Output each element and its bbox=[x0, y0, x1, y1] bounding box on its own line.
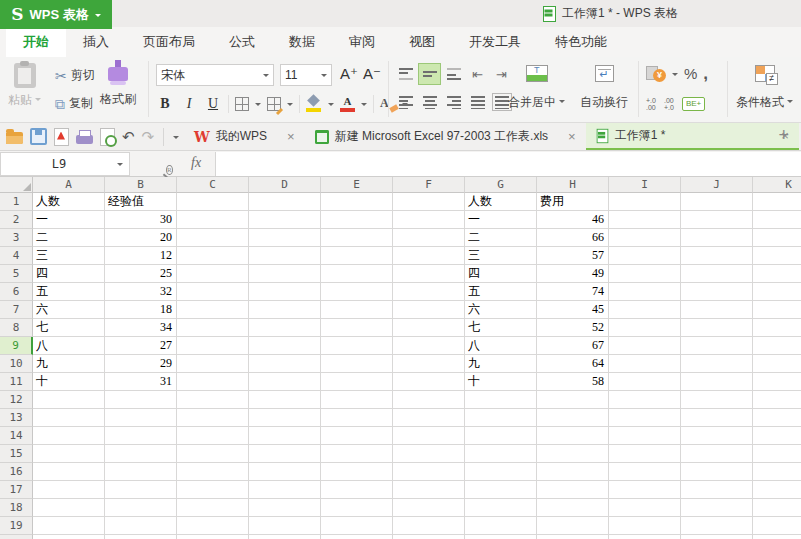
cell-A10[interactable]: 九 bbox=[33, 355, 105, 373]
name-box[interactable]: L9 bbox=[0, 152, 130, 176]
cell-A8[interactable]: 七 bbox=[33, 319, 105, 337]
cell-H20[interactable] bbox=[537, 535, 609, 539]
tab-close-icon[interactable]: × bbox=[287, 129, 295, 144]
cell-C4[interactable] bbox=[177, 247, 249, 265]
cell-G11[interactable]: 十 bbox=[465, 373, 537, 391]
borders-button[interactable] bbox=[235, 97, 249, 111]
cell-F4[interactable] bbox=[393, 247, 465, 265]
cell-D20[interactable] bbox=[249, 535, 321, 539]
cell-D16[interactable] bbox=[249, 463, 321, 481]
cell-J18[interactable] bbox=[681, 499, 753, 517]
cell-F15[interactable] bbox=[393, 445, 465, 463]
cell-H14[interactable] bbox=[537, 427, 609, 445]
cell-D18[interactable] bbox=[249, 499, 321, 517]
draw-border-button[interactable] bbox=[267, 97, 281, 111]
undo-icon[interactable]: ↶ bbox=[122, 129, 135, 144]
cell-G14[interactable] bbox=[465, 427, 537, 445]
menu-tab-开始[interactable]: 开始 bbox=[6, 27, 66, 57]
cell-H17[interactable] bbox=[537, 481, 609, 499]
cell-B10[interactable]: 29 bbox=[105, 355, 177, 373]
cell-E7[interactable] bbox=[321, 301, 393, 319]
wps-app-menu-button[interactable]: S WPS 表格 bbox=[0, 0, 112, 29]
formula-input[interactable] bbox=[215, 152, 801, 176]
cell-E15[interactable] bbox=[321, 445, 393, 463]
cell-G19[interactable] bbox=[465, 517, 537, 535]
row-header-19[interactable]: 19 bbox=[0, 517, 33, 535]
select-all-corner[interactable] bbox=[0, 177, 33, 193]
cell-A7[interactable]: 六 bbox=[33, 301, 105, 319]
cell-C15[interactable] bbox=[177, 445, 249, 463]
menu-tab-审阅[interactable]: 审阅 bbox=[332, 27, 392, 57]
cell-H15[interactable] bbox=[537, 445, 609, 463]
cell-I2[interactable] bbox=[609, 211, 681, 229]
cell-H12[interactable] bbox=[537, 391, 609, 409]
cell-F11[interactable] bbox=[393, 373, 465, 391]
cell-I6[interactable] bbox=[609, 283, 681, 301]
cell-K12[interactable] bbox=[753, 391, 801, 409]
cell-H19[interactable] bbox=[537, 517, 609, 535]
align-left-button[interactable] bbox=[394, 91, 417, 113]
cell-G20[interactable] bbox=[465, 535, 537, 539]
cell-I14[interactable] bbox=[609, 427, 681, 445]
cell-K20[interactable] bbox=[753, 535, 801, 539]
cell-G10[interactable]: 九 bbox=[465, 355, 537, 373]
cell-H6[interactable]: 74 bbox=[537, 283, 609, 301]
merge-center-button[interactable]: T 合并居中 bbox=[508, 65, 565, 111]
cell-I7[interactable] bbox=[609, 301, 681, 319]
cut-button[interactable]: ✂剪切 bbox=[55, 67, 95, 84]
print-icon[interactable] bbox=[76, 135, 93, 144]
cell-J12[interactable] bbox=[681, 391, 753, 409]
cell-A17[interactable] bbox=[33, 481, 105, 499]
cell-E8[interactable] bbox=[321, 319, 393, 337]
row-header-15[interactable]: 15 bbox=[0, 445, 33, 463]
save-icon[interactable] bbox=[30, 128, 47, 145]
row-header-2[interactable]: 2 bbox=[0, 211, 33, 229]
cell-F7[interactable] bbox=[393, 301, 465, 319]
cell-A16[interactable] bbox=[33, 463, 105, 481]
cell-H4[interactable]: 57 bbox=[537, 247, 609, 265]
row-header-1[interactable]: 1 bbox=[0, 193, 33, 211]
cell-A12[interactable] bbox=[33, 391, 105, 409]
cell-E16[interactable] bbox=[321, 463, 393, 481]
cell-I4[interactable] bbox=[609, 247, 681, 265]
cell-G9[interactable]: 八 bbox=[465, 337, 537, 355]
cell-C3[interactable] bbox=[177, 229, 249, 247]
row-header-17[interactable]: 17 bbox=[0, 481, 33, 499]
cell-E20[interactable] bbox=[321, 535, 393, 539]
cell-E9[interactable] bbox=[321, 337, 393, 355]
underline-button[interactable]: U bbox=[204, 96, 222, 112]
row-header-20[interactable]: 20 bbox=[0, 535, 33, 539]
cell-C1[interactable] bbox=[177, 193, 249, 211]
cell-E2[interactable] bbox=[321, 211, 393, 229]
cell-G2[interactable]: 一 bbox=[465, 211, 537, 229]
cell-E12[interactable] bbox=[321, 391, 393, 409]
cell-J13[interactable] bbox=[681, 409, 753, 427]
cell-J19[interactable] bbox=[681, 517, 753, 535]
comma-format-button[interactable]: , bbox=[703, 70, 708, 78]
cell-C11[interactable] bbox=[177, 373, 249, 391]
cell-G7[interactable]: 六 bbox=[465, 301, 537, 319]
cell-A14[interactable] bbox=[33, 427, 105, 445]
cell-J17[interactable] bbox=[681, 481, 753, 499]
cell-E3[interactable] bbox=[321, 229, 393, 247]
cell-B8[interactable]: 34 bbox=[105, 319, 177, 337]
cell-B1[interactable]: 经验值 bbox=[105, 193, 177, 211]
cell-B4[interactable]: 12 bbox=[105, 247, 177, 265]
cell-E6[interactable] bbox=[321, 283, 393, 301]
cell-I20[interactable] bbox=[609, 535, 681, 539]
menu-tab-开发工具[interactable]: 开发工具 bbox=[452, 27, 538, 57]
cell-E10[interactable] bbox=[321, 355, 393, 373]
cell-H18[interactable] bbox=[537, 499, 609, 517]
font-color-button[interactable]: A bbox=[340, 96, 355, 112]
tab-close-icon[interactable]: × bbox=[568, 129, 576, 144]
cell-D11[interactable] bbox=[249, 373, 321, 391]
cell-I5[interactable] bbox=[609, 265, 681, 283]
cell-E11[interactable] bbox=[321, 373, 393, 391]
cell-D10[interactable] bbox=[249, 355, 321, 373]
cell-B9[interactable]: 27 bbox=[105, 337, 177, 355]
cell-D17[interactable] bbox=[249, 481, 321, 499]
cell-A19[interactable] bbox=[33, 517, 105, 535]
cell-G13[interactable] bbox=[465, 409, 537, 427]
row-header-9[interactable]: 9 bbox=[0, 337, 33, 355]
cell-H16[interactable] bbox=[537, 463, 609, 481]
